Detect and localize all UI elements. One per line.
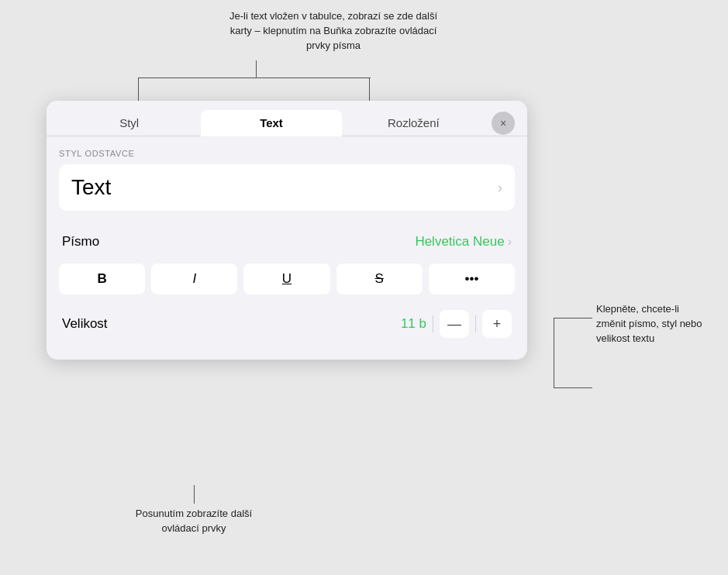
size-increase-button[interactable]: + [482,310,512,338]
paragraph-style-chevron: › [498,180,502,196]
size-row: Velikost 11 b — + [59,304,515,344]
callout-bottom-text: Posunutím zobrazíte další ovládací prvky [136,508,252,534]
bracket-line-right-h [299,77,371,78]
bold-icon: B [97,271,106,287]
callout-bottom: Posunutím zobrazíte další ovládací prvky [132,485,256,536]
tab-bar: Styl Text Rozložení × [47,101,527,136]
tab-styl[interactable]: Styl [59,110,199,136]
bracket-line-left-v [138,77,139,104]
close-button[interactable]: × [492,112,515,135]
paragraph-style-box[interactable]: Text › [59,164,515,211]
font-row: Písmo Helvetica Neue › [59,226,515,257]
callout-top-text: Je-li text vložen v tabulce, zobrazí se … [229,10,437,51]
callout-right-h2-line [554,387,592,388]
callout-bottom-v-line [194,485,195,504]
bracket-line-right-v [369,77,370,104]
more-icon: ••• [464,271,478,287]
callout-right-v-line [554,318,554,387]
italic-icon: I [192,271,196,287]
tab-text[interactable]: Text [201,110,341,136]
strikethrough-button[interactable]: S [336,263,423,294]
format-panel: Styl Text Rozložení × STYL ODSTAVCE Text… [47,101,527,360]
panel-body: STYL ODSTAVCE Text › Písmo Helvetica Neu… [47,136,527,360]
font-label: Písmo [62,234,99,250]
size-controls: 11 b — + [395,310,512,338]
bracket-line-top-h [138,77,299,78]
tab-rozlozeni[interactable]: Rozložení [343,110,484,136]
section-label: STYL ODSTAVCE [59,149,515,158]
callout-v-line [256,60,257,77]
callout-right-text: Klepněte, chcete-li změnit písmo, styl n… [596,303,702,344]
size-label: Velikost [62,316,108,332]
strikethrough-icon: S [375,271,384,287]
font-chevron-icon: › [508,235,512,249]
underline-icon: U [282,271,292,287]
font-value-row[interactable]: Helvetica Neue › [415,234,512,250]
paragraph-style-value: Text [71,175,111,200]
underline-button[interactable]: U [243,263,329,294]
font-value-text: Helvetica Neue [415,234,504,250]
size-value: 11 b [395,316,426,332]
callout-right-h-line [554,318,592,318]
more-button[interactable]: ••• [429,263,515,294]
size-divider [433,315,433,332]
bold-button[interactable]: B [59,263,145,294]
size-divider-2 [475,315,476,332]
format-buttons-row: B I U S ••• [59,263,515,294]
callout-top: Je-li text vložen v tabulce, zobrazí se … [225,9,442,53]
italic-button[interactable]: I [151,263,237,294]
size-decrease-button[interactable]: — [440,310,469,338]
callout-right: Klepněte, chcete-li změnit písmo, styl n… [596,302,705,346]
